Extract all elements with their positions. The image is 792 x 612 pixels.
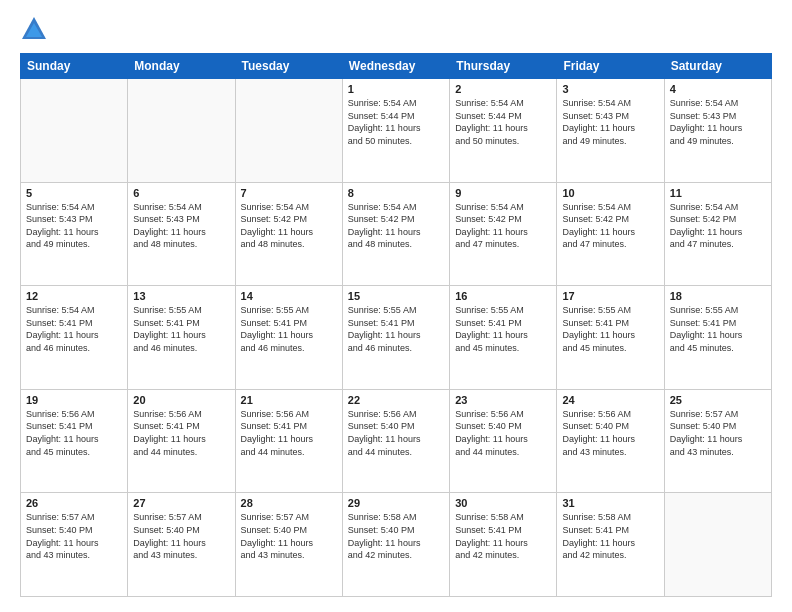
day-number: 22 (348, 394, 444, 406)
day-number: 15 (348, 290, 444, 302)
day-number: 2 (455, 83, 551, 95)
weekday-saturday: Saturday (664, 54, 771, 79)
day-number: 30 (455, 497, 551, 509)
day-cell-13: 13Sunrise: 5:55 AM Sunset: 5:41 PM Dayli… (128, 286, 235, 390)
weekday-header-row: SundayMondayTuesdayWednesdayThursdayFrid… (21, 54, 772, 79)
day-cell-7: 7Sunrise: 5:54 AM Sunset: 5:42 PM Daylig… (235, 182, 342, 286)
day-cell-2: 2Sunrise: 5:54 AM Sunset: 5:44 PM Daylig… (450, 79, 557, 183)
day-cell-14: 14Sunrise: 5:55 AM Sunset: 5:41 PM Dayli… (235, 286, 342, 390)
day-cell-31: 31Sunrise: 5:58 AM Sunset: 5:41 PM Dayli… (557, 493, 664, 597)
day-number: 25 (670, 394, 766, 406)
empty-cell (235, 79, 342, 183)
day-cell-6: 6Sunrise: 5:54 AM Sunset: 5:43 PM Daylig… (128, 182, 235, 286)
day-number: 28 (241, 497, 337, 509)
weekday-sunday: Sunday (21, 54, 128, 79)
day-number: 17 (562, 290, 658, 302)
day-cell-19: 19Sunrise: 5:56 AM Sunset: 5:41 PM Dayli… (21, 389, 128, 493)
day-cell-3: 3Sunrise: 5:54 AM Sunset: 5:43 PM Daylig… (557, 79, 664, 183)
day-cell-28: 28Sunrise: 5:57 AM Sunset: 5:40 PM Dayli… (235, 493, 342, 597)
day-number: 11 (670, 187, 766, 199)
day-number: 10 (562, 187, 658, 199)
day-cell-15: 15Sunrise: 5:55 AM Sunset: 5:41 PM Dayli… (342, 286, 449, 390)
day-cell-16: 16Sunrise: 5:55 AM Sunset: 5:41 PM Dayli… (450, 286, 557, 390)
weekday-friday: Friday (557, 54, 664, 79)
header (20, 15, 772, 43)
day-info: Sunrise: 5:54 AM Sunset: 5:42 PM Dayligh… (241, 201, 337, 251)
day-info: Sunrise: 5:56 AM Sunset: 5:40 PM Dayligh… (455, 408, 551, 458)
day-number: 14 (241, 290, 337, 302)
week-row-3: 12Sunrise: 5:54 AM Sunset: 5:41 PM Dayli… (21, 286, 772, 390)
week-row-5: 26Sunrise: 5:57 AM Sunset: 5:40 PM Dayli… (21, 493, 772, 597)
day-number: 26 (26, 497, 122, 509)
day-cell-10: 10Sunrise: 5:54 AM Sunset: 5:42 PM Dayli… (557, 182, 664, 286)
day-number: 18 (670, 290, 766, 302)
week-row-1: 1Sunrise: 5:54 AM Sunset: 5:44 PM Daylig… (21, 79, 772, 183)
day-cell-25: 25Sunrise: 5:57 AM Sunset: 5:40 PM Dayli… (664, 389, 771, 493)
empty-cell (21, 79, 128, 183)
day-number: 7 (241, 187, 337, 199)
day-cell-1: 1Sunrise: 5:54 AM Sunset: 5:44 PM Daylig… (342, 79, 449, 183)
day-info: Sunrise: 5:54 AM Sunset: 5:44 PM Dayligh… (455, 97, 551, 147)
day-number: 1 (348, 83, 444, 95)
day-info: Sunrise: 5:54 AM Sunset: 5:42 PM Dayligh… (670, 201, 766, 251)
day-number: 5 (26, 187, 122, 199)
day-number: 8 (348, 187, 444, 199)
weekday-tuesday: Tuesday (235, 54, 342, 79)
weekday-thursday: Thursday (450, 54, 557, 79)
day-number: 29 (348, 497, 444, 509)
day-info: Sunrise: 5:55 AM Sunset: 5:41 PM Dayligh… (133, 304, 229, 354)
day-number: 23 (455, 394, 551, 406)
day-info: Sunrise: 5:57 AM Sunset: 5:40 PM Dayligh… (133, 511, 229, 561)
day-info: Sunrise: 5:54 AM Sunset: 5:42 PM Dayligh… (455, 201, 551, 251)
day-number: 16 (455, 290, 551, 302)
day-cell-27: 27Sunrise: 5:57 AM Sunset: 5:40 PM Dayli… (128, 493, 235, 597)
day-info: Sunrise: 5:54 AM Sunset: 5:43 PM Dayligh… (133, 201, 229, 251)
day-number: 13 (133, 290, 229, 302)
day-cell-5: 5Sunrise: 5:54 AM Sunset: 5:43 PM Daylig… (21, 182, 128, 286)
day-cell-29: 29Sunrise: 5:58 AM Sunset: 5:40 PM Dayli… (342, 493, 449, 597)
day-number: 20 (133, 394, 229, 406)
day-info: Sunrise: 5:56 AM Sunset: 5:40 PM Dayligh… (562, 408, 658, 458)
logo-icon (20, 15, 48, 43)
day-cell-20: 20Sunrise: 5:56 AM Sunset: 5:41 PM Dayli… (128, 389, 235, 493)
day-cell-21: 21Sunrise: 5:56 AM Sunset: 5:41 PM Dayli… (235, 389, 342, 493)
day-info: Sunrise: 5:58 AM Sunset: 5:41 PM Dayligh… (562, 511, 658, 561)
page: SundayMondayTuesdayWednesdayThursdayFrid… (0, 0, 792, 612)
day-number: 9 (455, 187, 551, 199)
day-info: Sunrise: 5:54 AM Sunset: 5:43 PM Dayligh… (26, 201, 122, 251)
week-row-4: 19Sunrise: 5:56 AM Sunset: 5:41 PM Dayli… (21, 389, 772, 493)
day-info: Sunrise: 5:55 AM Sunset: 5:41 PM Dayligh… (455, 304, 551, 354)
day-info: Sunrise: 5:54 AM Sunset: 5:44 PM Dayligh… (348, 97, 444, 147)
day-info: Sunrise: 5:56 AM Sunset: 5:41 PM Dayligh… (241, 408, 337, 458)
day-info: Sunrise: 5:58 AM Sunset: 5:40 PM Dayligh… (348, 511, 444, 561)
day-cell-4: 4Sunrise: 5:54 AM Sunset: 5:43 PM Daylig… (664, 79, 771, 183)
day-number: 31 (562, 497, 658, 509)
day-cell-18: 18Sunrise: 5:55 AM Sunset: 5:41 PM Dayli… (664, 286, 771, 390)
day-number: 19 (26, 394, 122, 406)
day-info: Sunrise: 5:54 AM Sunset: 5:41 PM Dayligh… (26, 304, 122, 354)
day-info: Sunrise: 5:57 AM Sunset: 5:40 PM Dayligh… (241, 511, 337, 561)
empty-cell (128, 79, 235, 183)
empty-cell (664, 493, 771, 597)
day-info: Sunrise: 5:56 AM Sunset: 5:41 PM Dayligh… (133, 408, 229, 458)
day-number: 21 (241, 394, 337, 406)
day-number: 4 (670, 83, 766, 95)
day-info: Sunrise: 5:54 AM Sunset: 5:42 PM Dayligh… (348, 201, 444, 251)
day-info: Sunrise: 5:55 AM Sunset: 5:41 PM Dayligh… (670, 304, 766, 354)
day-info: Sunrise: 5:54 AM Sunset: 5:43 PM Dayligh… (670, 97, 766, 147)
day-info: Sunrise: 5:56 AM Sunset: 5:40 PM Dayligh… (348, 408, 444, 458)
day-info: Sunrise: 5:55 AM Sunset: 5:41 PM Dayligh… (562, 304, 658, 354)
day-number: 3 (562, 83, 658, 95)
day-info: Sunrise: 5:57 AM Sunset: 5:40 PM Dayligh… (670, 408, 766, 458)
weekday-wednesday: Wednesday (342, 54, 449, 79)
day-cell-24: 24Sunrise: 5:56 AM Sunset: 5:40 PM Dayli… (557, 389, 664, 493)
day-info: Sunrise: 5:55 AM Sunset: 5:41 PM Dayligh… (241, 304, 337, 354)
day-cell-12: 12Sunrise: 5:54 AM Sunset: 5:41 PM Dayli… (21, 286, 128, 390)
day-cell-8: 8Sunrise: 5:54 AM Sunset: 5:42 PM Daylig… (342, 182, 449, 286)
day-info: Sunrise: 5:54 AM Sunset: 5:42 PM Dayligh… (562, 201, 658, 251)
day-info: Sunrise: 5:56 AM Sunset: 5:41 PM Dayligh… (26, 408, 122, 458)
calendar-table: SundayMondayTuesdayWednesdayThursdayFrid… (20, 53, 772, 597)
day-cell-11: 11Sunrise: 5:54 AM Sunset: 5:42 PM Dayli… (664, 182, 771, 286)
day-number: 12 (26, 290, 122, 302)
day-cell-17: 17Sunrise: 5:55 AM Sunset: 5:41 PM Dayli… (557, 286, 664, 390)
